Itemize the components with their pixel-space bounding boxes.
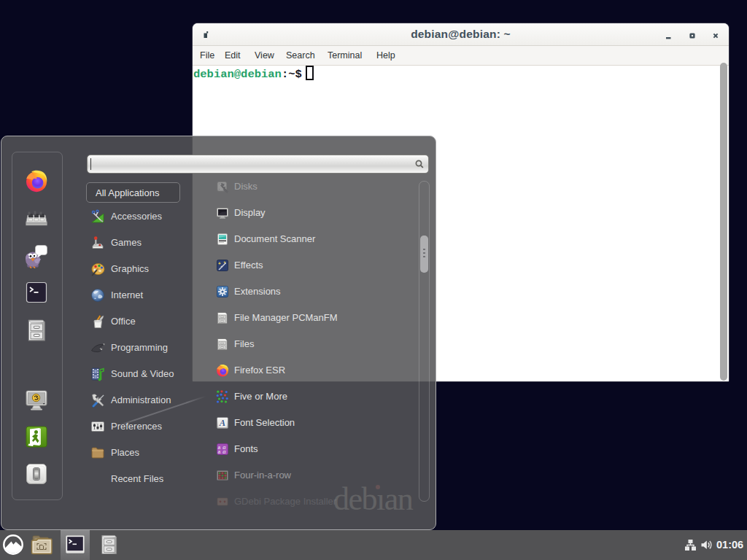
svg-text:a: a	[218, 448, 221, 455]
svg-text:A: A	[219, 418, 225, 428]
svg-text:a: a	[222, 448, 225, 455]
